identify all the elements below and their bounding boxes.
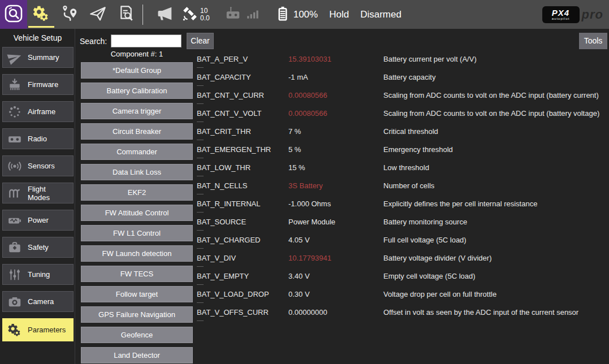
parameter-name: BAT_N_CELLS	[197, 181, 288, 190]
gps-values: 10 0.0	[200, 7, 210, 22]
sidebar-title: Vehicle Setup	[0, 33, 75, 42]
parameter-row[interactable]: BAT_V_CHARGED 4.05 V Full cell voltage (…	[197, 231, 609, 249]
parameter-name: BAT_CNT_V_VOLT	[197, 109, 288, 118]
parameter-row[interactable]: BAT_CAPACITY -1 mA Battery capacity	[197, 68, 609, 86]
tab-fly[interactable]	[84, 0, 112, 29]
group-button-gps-failure-navigation[interactable]: GPS Failure Navigation	[81, 306, 193, 323]
satellite-icon	[182, 5, 198, 24]
group-button-fw-tecs[interactable]: FW TECS	[81, 266, 193, 282]
gps-indicator[interactable]: 10 0.0	[182, 5, 210, 24]
parameter-row[interactable]: BAT_CNT_V_VOLT 0.00080566 Scaling from A…	[197, 104, 609, 122]
rc-signal-indicator[interactable]	[246, 6, 261, 23]
group-button-follow-target[interactable]: Follow target	[81, 286, 193, 302]
parameter-name: BAT_LOW_THR	[197, 163, 288, 172]
px4-logo-text: PX4	[552, 8, 569, 17]
group-button-commander[interactable]: Commander	[81, 144, 193, 160]
sidebar-item-parameters[interactable]: Parameters	[2, 318, 74, 341]
parameter-description: Number of cells	[383, 181, 434, 190]
parameter-value: Power Module	[288, 218, 383, 226]
qgc-logo-icon	[3, 3, 24, 26]
group-button-data-link-loss[interactable]: Data Link Loss	[81, 164, 193, 180]
parameter-row[interactable]: BAT_V_DIV 10.17793941 Battery voltage di…	[197, 249, 609, 267]
group-button-camera-trigger[interactable]: Camera trigger	[81, 103, 193, 119]
parameter-name: BAT_V_EMPTY	[197, 272, 288, 280]
parameter-row[interactable]: BAT_V_OFFS_CURR 0.00000000 Offset in vol…	[197, 303, 609, 321]
group-button-fw-attitude-control[interactable]: FW Attitude Control	[81, 205, 193, 221]
parameter-description: Battery voltage divider (V divider)	[383, 254, 491, 262]
group-button-default[interactable]: *Default Group	[81, 62, 193, 79]
qgroundcontrol-window: 10 0.0 100% Hold Disarmed PX4 autopilot …	[0, 0, 609, 364]
battery-indicator[interactable]: 100%	[274, 5, 318, 24]
group-button-fw-launch-detection[interactable]: FW Launch detection	[81, 245, 193, 262]
parameter-description: Scaling from ADC counts to volt on the A…	[383, 91, 599, 99]
parameter-row[interactable]: BAT_V_LOAD_DROP 0.30 V Voltage drop per …	[197, 285, 609, 303]
parameter-row[interactable]: BAT_V_EMPTY 3.40 V Empty cell voltage (5…	[197, 267, 609, 285]
parameter-row[interactable]: BAT_N_CELLS 3S Battery Number of cells	[197, 176, 609, 194]
audio-indicator[interactable]	[157, 5, 174, 24]
group-button-ekf2[interactable]: EKF2	[81, 184, 193, 201]
top-toolbar: 10 0.0 100% Hold Disarmed PX4 autopilot …	[0, 0, 609, 29]
parameter-row[interactable]: BAT_CNT_V_CURR 0.00080566 Scaling from A…	[197, 86, 609, 104]
group-button-circuit-breaker[interactable]: Circuit Breaker	[81, 123, 193, 140]
parameter-row[interactable]: BAT_A_PER_V 15.39103031 Battery current …	[197, 50, 609, 68]
sidebar-item-airframe[interactable]: Airframe	[2, 101, 74, 122]
sidebar-item-sensors[interactable]: Sensors	[2, 155, 74, 176]
document-search-icon	[116, 5, 136, 25]
group-button-land-detector[interactable]: Land Detector	[81, 347, 193, 363]
sidebar-item-label: Radio	[28, 135, 47, 143]
sidebar-item-radio[interactable]: Radio	[2, 128, 74, 149]
sidebar-item-camera[interactable]: Camera	[2, 291, 74, 312]
component-label: Component #: 1	[81, 50, 193, 58]
parameter-row[interactable]: BAT_R_INTERNAL -1.000 Ohms Explicitly de…	[197, 194, 609, 213]
parameter-description: Battery monitoring source	[383, 218, 467, 226]
sidebar-item-flight-modes[interactable]: Flight Modes	[2, 183, 74, 203]
paper-plane-icon	[6, 50, 23, 65]
battery-icon	[274, 5, 291, 24]
parameter-name: BAT_V_LOAD_DROP	[197, 290, 288, 298]
power-battery-icon	[6, 213, 23, 228]
parameter-value: 3S Battery	[288, 181, 383, 190]
clear-button[interactable]: Clear	[187, 33, 214, 49]
parameter-row[interactable]: BAT_SOURCE Power Module Battery monitori…	[197, 213, 609, 231]
parameter-description: Empty cell voltage (5C load)	[383, 272, 476, 280]
gps-count: 10	[200, 7, 210, 15]
sidebar-item-summary[interactable]: Summary	[2, 47, 74, 68]
parameter-row[interactable]: BAT_LOW_THR 15 % Low threshold	[197, 158, 609, 176]
parameter-description: Offset in volt as seen by the ADC input …	[383, 308, 578, 317]
arm-status-indicator[interactable]: Disarmed	[360, 9, 401, 20]
gps-hdop: 0.0	[200, 15, 210, 22]
search-label: Search:	[80, 37, 107, 46]
sidebar-item-safety[interactable]: Safety	[2, 237, 74, 258]
sidebar-item-label: Summary	[28, 53, 59, 62]
sidebar-item-power[interactable]: Power	[2, 210, 74, 231]
parameter-name: BAT_CRIT_THR	[197, 127, 288, 136]
search-input[interactable]	[111, 34, 182, 47]
group-button-geofence[interactable]: Geofence	[81, 327, 193, 343]
group-button-battery-calibration[interactable]: Battery Calibration	[81, 83, 193, 99]
tab-vehicle-setup[interactable]	[27, 0, 55, 29]
parameter-value: -1.000 Ohms	[288, 200, 383, 208]
sidebar-item-tuning[interactable]: Tuning	[2, 264, 74, 285]
parameter-description: Low threshold	[383, 163, 429, 172]
tab-analyze[interactable]	[112, 0, 140, 29]
parameter-description: Critical threshold	[383, 127, 438, 136]
sidebar-item-label: Firmware	[28, 80, 58, 89]
parameter-name: BAT_A_PER_V	[197, 55, 288, 63]
toolbar-separator	[142, 5, 143, 25]
tools-button[interactable]: Tools	[579, 33, 607, 49]
sidebar-item-firmware[interactable]: Firmware	[2, 74, 74, 95]
parameter-table: BAT_A_PER_V 15.39103031 Battery current …	[197, 50, 609, 321]
parameter-row[interactable]: BAT_CRIT_THR 7 % Critical threshold	[197, 122, 609, 140]
flight-mode-indicator[interactable]: Hold	[329, 9, 349, 20]
radio-icon	[6, 132, 23, 146]
rc-indicator[interactable]	[224, 5, 241, 24]
gears-icon	[32, 5, 51, 25]
parameter-description: Scaling from ADC counts to volt on the A…	[383, 109, 599, 118]
tab-plan[interactable]	[55, 0, 84, 29]
parameter-name: BAT_EMERGEN_THR	[197, 145, 288, 154]
group-button-fw-l1-control[interactable]: FW L1 Control	[81, 225, 193, 241]
sidebar-item-label: Safety	[28, 243, 49, 252]
qgc-logo-button[interactable]	[0, 0, 27, 29]
tuning-sliders-icon	[6, 267, 23, 282]
parameter-row[interactable]: BAT_EMERGEN_THR 5 % Emergency threshold	[197, 140, 609, 158]
